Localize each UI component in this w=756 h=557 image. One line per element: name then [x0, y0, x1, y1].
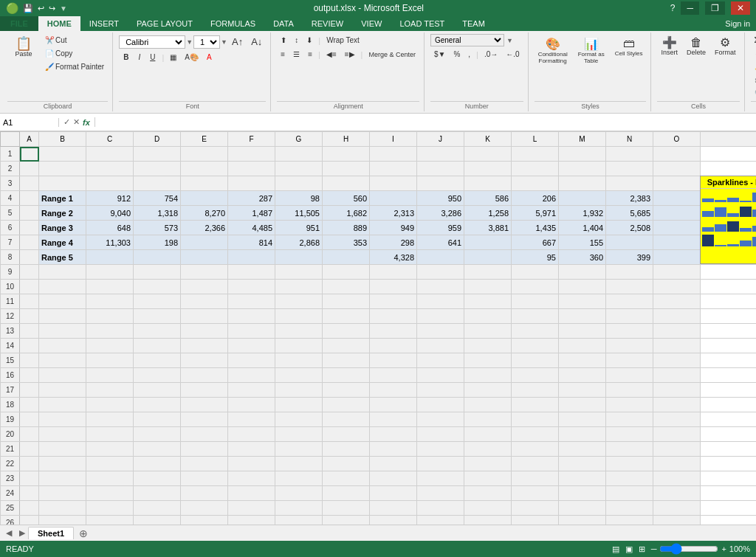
cell-M7[interactable]: 155	[559, 235, 606, 250]
cell-F13[interactable]	[228, 324, 275, 339]
cell-B5[interactable]: Range 2	[39, 206, 86, 221]
cell-H25[interactable]	[323, 501, 370, 516]
tab-data[interactable]: DATA	[264, 16, 303, 31]
cell-H2[interactable]	[323, 162, 370, 176]
cell-F15[interactable]	[228, 353, 275, 368]
cell-G11[interactable]	[275, 294, 323, 309]
cell-F3[interactable]	[228, 176, 275, 191]
cell-I22[interactable]	[370, 457, 417, 471]
cell-B25[interactable]	[39, 501, 86, 516]
cell-A21[interactable]	[20, 442, 39, 457]
cell-J18[interactable]	[417, 398, 464, 412]
format-button[interactable]: ⚙ Format	[711, 34, 740, 59]
cell-N5[interactable]: 5,685	[606, 206, 653, 221]
cell-F24[interactable]	[228, 486, 275, 501]
cell-O6[interactable]	[653, 221, 701, 235]
cell-G9[interactable]	[275, 265, 323, 280]
cell-K24[interactable]	[464, 486, 512, 501]
cell-L23[interactable]	[512, 471, 559, 486]
cell-P10[interactable]	[701, 280, 757, 294]
cell-J1[interactable]	[417, 147, 464, 162]
cell-L7[interactable]: 667	[512, 235, 559, 250]
cell-G3[interactable]	[275, 176, 323, 191]
cell-K14[interactable]	[464, 339, 512, 353]
cell-O11[interactable]	[653, 294, 701, 309]
cell-J4[interactable]: 950	[417, 191, 464, 206]
row-header-3[interactable]: 3	[1, 176, 20, 191]
cell-D7[interactable]: 198	[134, 235, 181, 250]
cell-O25[interactable]	[653, 501, 701, 516]
cell-J7[interactable]: 641	[417, 235, 464, 250]
col-header-E[interactable]: E	[181, 132, 228, 147]
cell-M11[interactable]	[559, 294, 606, 309]
cell-H15[interactable]	[323, 353, 370, 368]
cell-A16[interactable]	[20, 368, 39, 383]
cell-E8[interactable]	[181, 250, 228, 265]
cell-M3[interactable]	[559, 176, 606, 191]
cell-E23[interactable]	[181, 471, 228, 486]
cell-K10[interactable]	[464, 280, 512, 294]
indent-decrease-button[interactable]: ◀≡	[323, 48, 340, 60]
cell-N22[interactable]	[606, 457, 653, 471]
cell-M16[interactable]	[559, 368, 606, 383]
cell-C12[interactable]	[86, 309, 134, 324]
cell-E1[interactable]	[181, 147, 228, 162]
cell-D17[interactable]	[134, 383, 181, 398]
cell-E14[interactable]	[181, 339, 228, 353]
quick-access-save[interactable]: 💾	[23, 4, 33, 13]
cell-H20[interactable]	[323, 427, 370, 442]
cell-J10[interactable]	[417, 280, 464, 294]
cell-A10[interactable]	[20, 280, 39, 294]
cell-L19[interactable]	[512, 412, 559, 427]
cell-A22[interactable]	[20, 457, 39, 471]
tab-file[interactable]: FILE	[0, 16, 38, 31]
cell-K13[interactable]	[464, 324, 512, 339]
cell-P17[interactable]	[701, 383, 757, 398]
cell-P16[interactable]	[701, 368, 757, 383]
align-bottom-button[interactable]: ⬇	[303, 34, 316, 46]
add-sheet-button[interactable]: ⊕	[75, 527, 92, 540]
cell-D20[interactable]	[134, 427, 181, 442]
cell-H19[interactable]	[323, 412, 370, 427]
row-header-23[interactable]: 23	[1, 471, 20, 486]
cell-J22[interactable]	[417, 457, 464, 471]
cell-P23[interactable]	[701, 471, 757, 486]
cell-G25[interactable]	[275, 501, 323, 516]
cell-E18[interactable]	[181, 398, 228, 412]
font-grow-button[interactable]: A↑	[228, 34, 247, 49]
cell-M6[interactable]: 1,404	[559, 221, 606, 235]
align-center-button[interactable]: ☰	[289, 48, 303, 60]
cell-N9[interactable]	[606, 265, 653, 280]
cell-D15[interactable]	[134, 353, 181, 368]
cell-A19[interactable]	[20, 412, 39, 427]
cell-H6[interactable]: 889	[323, 221, 370, 235]
cell-D19[interactable]	[134, 412, 181, 427]
cell-K8[interactable]	[464, 250, 512, 265]
cell-M21[interactable]	[559, 442, 606, 457]
row-header-2[interactable]: 2	[1, 162, 20, 176]
cell-G22[interactable]	[275, 457, 323, 471]
col-header-N[interactable]: N	[606, 132, 653, 147]
cell-I3[interactable]	[370, 176, 417, 191]
cell-O23[interactable]	[653, 471, 701, 486]
cell-J19[interactable]	[417, 412, 464, 427]
cell-J14[interactable]	[417, 339, 464, 353]
formula-input[interactable]	[95, 118, 756, 127]
cell-G6[interactable]: 951	[275, 221, 323, 235]
restore-button[interactable]: ❐	[705, 1, 725, 15]
cell-K1[interactable]	[464, 147, 512, 162]
cell-P11[interactable]	[701, 294, 757, 309]
cell-P22[interactable]	[701, 457, 757, 471]
col-header-F[interactable]: F	[228, 132, 275, 147]
cell-D25[interactable]	[134, 501, 181, 516]
cell-E20[interactable]	[181, 427, 228, 442]
cell-A14[interactable]	[20, 339, 39, 353]
cell-I19[interactable]	[370, 412, 417, 427]
decimal-decrease-button[interactable]: ←.0	[502, 48, 523, 60]
cell-A25[interactable]	[20, 501, 39, 516]
cell-P25[interactable]	[701, 501, 757, 516]
row-header-25[interactable]: 25	[1, 501, 20, 516]
cell-L21[interactable]	[512, 442, 559, 457]
cell-N23[interactable]	[606, 471, 653, 486]
delete-button[interactable]: 🗑 Delete	[683, 34, 709, 59]
